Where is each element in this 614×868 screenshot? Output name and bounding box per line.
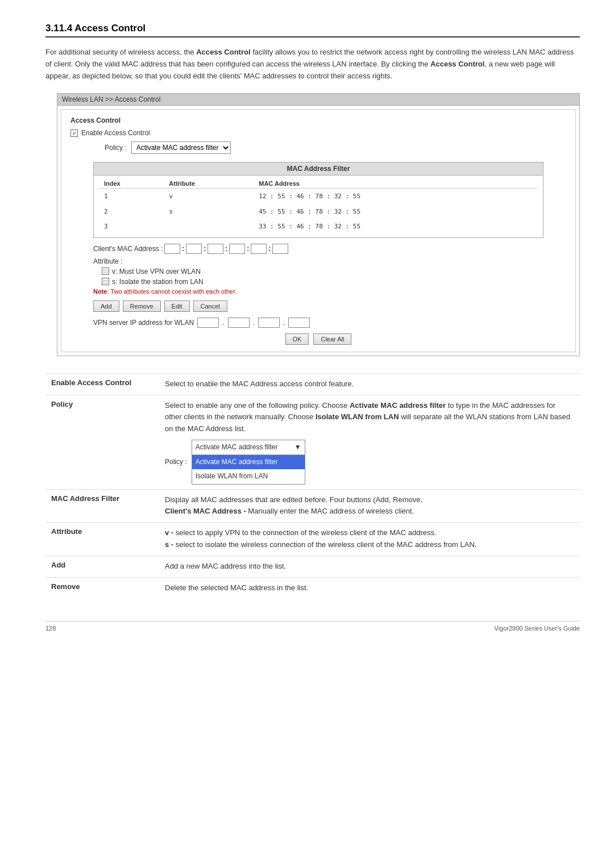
term-enable: Enable Access Control: [45, 373, 159, 395]
def-mac: Display all MAC addresses that are edite…: [159, 489, 580, 523]
attribute-section: Attribute :: [93, 257, 566, 265]
intro-paragraph: For additional security of wireless acce…: [45, 47, 580, 82]
checkbox-v-label: v: Must Use VPN over WLAN: [112, 268, 201, 276]
col-attribute: Attribute: [164, 179, 254, 189]
policy-def-bold1: Activate MAC address filter: [350, 401, 446, 410]
note-text: : Two attributes cannot coexist with eac…: [107, 288, 237, 295]
policy-select[interactable]: Activate MAC address filter Isolate WLAN…: [131, 141, 231, 154]
dropdown-option-1[interactable]: Activate MAC address filter: [192, 455, 305, 469]
checkbox-s[interactable]: □: [102, 278, 109, 285]
policy-def-bold2: Isolate WLAN from LAN: [316, 412, 399, 421]
def-enable: Select to enable the MAC Address access …: [159, 373, 580, 395]
vpn-sep-2: .: [253, 319, 255, 327]
ok-button[interactable]: OK: [285, 333, 309, 345]
col-mac: MAC Address: [254, 179, 537, 189]
add-button[interactable]: Add: [93, 301, 119, 312]
mac-def-1: Display all MAC addresses that are edite…: [165, 495, 422, 504]
policy-demo-label: Policy :: [165, 457, 187, 468]
vpn-ip-1[interactable]: [197, 318, 219, 328]
vpn-ip-4[interactable]: [288, 318, 310, 328]
policy-def-1: Select to enable any one of the followin…: [165, 401, 350, 410]
dropdown-box: Activate MAC address filter ▼ Activate M…: [192, 440, 305, 485]
intro-bold-1: Access Control: [196, 48, 250, 56]
attr-s-text: select to isolate the wireless connectio…: [173, 540, 476, 549]
attr-v-text: select to apply VPN to the connection of…: [173, 528, 436, 537]
clients-mac-row: Client's MAC Address : : : : : :: [93, 244, 566, 254]
mac-filter-box: MAC Address Filter Index Attribute MAC A…: [93, 162, 544, 238]
mac-table-body: 1 v 12 : 55 : 46 : 78 : 32 : 55 2 s 45 :…: [99, 189, 537, 234]
term-add: Add: [45, 556, 159, 577]
mac-seg-2[interactable]: [186, 244, 202, 254]
mac-seg-3[interactable]: [208, 244, 223, 254]
vpn-ip-3[interactable]: [258, 318, 280, 328]
desc-row-enable: Enable Access Control Select to enable t…: [45, 373, 580, 395]
panel-inner-title: Access Control: [70, 116, 566, 124]
attr-s-bold: s -: [165, 540, 173, 549]
desc-row-mac: MAC Address Filter Display all MAC addre…: [45, 489, 580, 523]
dropdown-option-2[interactable]: Isolate WLAN from LAN: [192, 469, 305, 483]
intro-text-1: For additional security of wireless acce…: [45, 48, 196, 56]
term-remove: Remove: [45, 577, 159, 598]
panel-container: Wireless LAN >> Access Control Access Co…: [57, 93, 580, 356]
mac-seg-5[interactable]: [251, 244, 267, 254]
row1-mac: 12 : 55 : 46 : 78 : 32 : 55: [254, 189, 537, 204]
section-title: 3.11.4 Access Control: [45, 23, 580, 37]
dropdown-selected: Activate MAC address filter: [196, 442, 278, 453]
remove-button[interactable]: Remove: [123, 301, 161, 312]
term-policy: Policy: [45, 395, 159, 489]
clear-all-button[interactable]: Clear All: [313, 333, 351, 345]
vpn-row: VPN server IP address for WLAN . . .: [93, 318, 566, 328]
footer-page: 128: [45, 625, 56, 632]
row3-mac: 33 : 55 : 46 : 78 : 32 : 55: [254, 219, 537, 233]
checkbox-v[interactable]: □: [102, 268, 109, 275]
row2-attr: s: [164, 204, 254, 219]
checkbox-s-row: □ s: Isolate the station from LAN: [102, 278, 566, 286]
panel-breadcrumb: Wireless LAN >> Access Control: [57, 94, 579, 106]
policy-label: Policy :: [105, 144, 127, 152]
action-buttons: Add Remove Edit Cancel: [93, 301, 566, 312]
term-mac: MAC Address Filter: [45, 489, 159, 523]
attribute-label: Attribute :: [93, 257, 122, 265]
row3-index: 3: [99, 219, 164, 233]
desc-row-attribute: Attribute v - select to apply VPN to the…: [45, 523, 580, 556]
row2-index: 2: [99, 204, 164, 219]
row1-index: 1: [99, 189, 164, 204]
note-row: Note: Two attributes cannot coexist with…: [93, 288, 566, 295]
edit-button[interactable]: Edit: [164, 301, 190, 312]
term-attribute: Attribute: [45, 523, 159, 556]
desc-row-add: Add Add a new MAC address into the list.: [45, 556, 580, 577]
table-row: 3 33 : 55 : 46 : 78 : 32 : 55: [99, 219, 537, 233]
def-remove: Delete the selected MAC address in the l…: [159, 577, 580, 598]
desc-table: Enable Access Control Select to enable t…: [45, 373, 580, 599]
clients-mac-label: Client's MAC Address :: [93, 245, 163, 253]
chevron-down-icon: ▼: [294, 442, 301, 453]
checkbox-s-label: s: Isolate the station from LAN: [112, 278, 204, 286]
enable-checkbox[interactable]: ✓: [70, 130, 78, 137]
attr-v-bold: v -: [165, 528, 173, 537]
note-label: Note: [93, 288, 107, 295]
page-footer: 128 Vigor2800 Series User's Guide: [45, 621, 580, 632]
def-add: Add a new MAC address into the list.: [159, 556, 580, 577]
policy-row: Policy : Activate MAC address filter Iso…: [105, 141, 566, 154]
row1-attr: v: [164, 189, 254, 204]
mac-seg-4[interactable]: [229, 244, 245, 254]
ok-clearall-row: OK Clear All: [70, 333, 566, 345]
cancel-button[interactable]: Cancel: [193, 301, 227, 312]
table-row: 2 s 45 : 55 : 46 : 78 : 32 : 55: [99, 204, 537, 219]
enable-label: Enable Access Control: [81, 129, 150, 137]
desc-row-remove: Remove Delete the selected MAC address i…: [45, 577, 580, 598]
mac-seg-1[interactable]: [164, 244, 180, 254]
mac-sep-2: :: [204, 245, 206, 253]
vpn-sep-3: .: [283, 319, 285, 327]
vpn-ip-2[interactable]: [228, 318, 250, 328]
mac-seg-6[interactable]: [272, 244, 288, 254]
mac-sep-5: :: [268, 245, 271, 253]
desc-row-policy: Policy Select to enable any one of the f…: [45, 395, 580, 489]
mac-filter-title: MAC Address Filter: [94, 162, 543, 176]
dropdown-header[interactable]: Activate MAC address filter ▼: [192, 440, 305, 455]
enable-access-control-row: ✓ Enable Access Control: [70, 129, 566, 137]
intro-bold-2: Access Control: [430, 60, 484, 68]
table-row: 1 v 12 : 55 : 46 : 78 : 32 : 55: [99, 189, 537, 204]
mac-def-2: Manually enter the MAC address of wirele…: [246, 507, 414, 515]
row3-attr: [164, 219, 254, 233]
